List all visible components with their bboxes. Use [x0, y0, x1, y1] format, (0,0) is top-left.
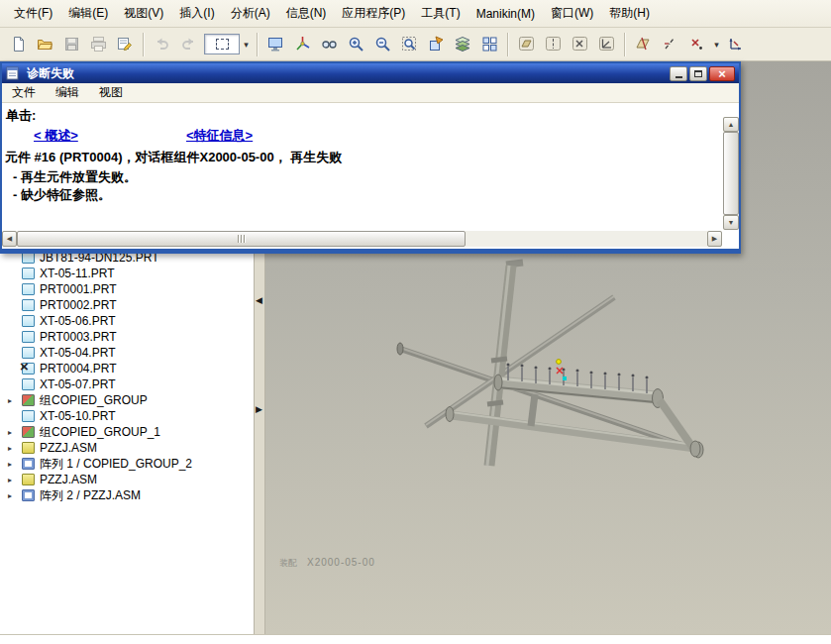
menu-applications[interactable]: 应用程序(P) — [334, 1, 413, 26]
part-icon — [22, 363, 35, 375]
menu-tools[interactable]: 工具(T) — [413, 1, 467, 26]
tree-item[interactable]: PZZJ.ASM — [2, 472, 254, 487]
menu-file[interactable]: 文件(F) — [6, 1, 60, 26]
layers-icon — [455, 36, 471, 53]
datum-axis-tool-button[interactable] — [657, 31, 683, 57]
main-toolbar — [0, 28, 831, 61]
csys-tool-button[interactable] — [723, 31, 750, 57]
expand-arrow-icon[interactable] — [2, 428, 18, 437]
window-controls — [670, 66, 735, 81]
assembly-icon — [22, 442, 35, 454]
properties-icon — [117, 36, 134, 53]
zoom-out-button[interactable] — [369, 31, 396, 57]
pattern-icon — [22, 458, 35, 470]
menu-insert[interactable]: 插入(I) — [171, 1, 222, 26]
tree-item[interactable]: XT-05-06.PRT — [2, 313, 254, 329]
failed-reference-marker[interactable] — [557, 368, 563, 374]
dialog-menu-file[interactable]: 文件 — [2, 82, 46, 103]
datum-point-display-toggle[interactable] — [567, 31, 593, 57]
menu-analysis[interactable]: 分析(A) — [223, 1, 278, 26]
expand-arrow-icon[interactable] — [2, 444, 18, 453]
expand-arrow-icon[interactable] — [2, 476, 18, 484]
view-manager-button[interactable] — [476, 31, 503, 57]
save-button — [58, 31, 85, 57]
saved-view-list-button[interactable] — [423, 31, 450, 57]
orient-mode-button[interactable] — [316, 31, 343, 57]
saved-view-list-icon — [428, 36, 445, 53]
menu-help[interactable]: 帮助(H) — [601, 1, 658, 26]
csys-display-icon — [598, 36, 615, 53]
minimize-button[interactable] — [670, 66, 687, 81]
selection-highlight-marker[interactable] — [563, 376, 567, 380]
tree-item[interactable]: 阵列 2 / PZZJ.ASM — [2, 487, 254, 503]
part-icon — [22, 268, 35, 279]
vertical-scroll-thumb[interactable] — [723, 132, 739, 215]
maximize-icon — [694, 70, 702, 77]
datum-plane-display-icon — [518, 36, 535, 53]
tree-item[interactable]: XT-05-11.PRT — [2, 266, 254, 281]
properties-button[interactable] — [112, 31, 139, 57]
scroll-up-icon[interactable] — [723, 117, 739, 132]
redo-button — [175, 31, 202, 57]
menu-info[interactable]: 信息(N) — [278, 1, 335, 26]
datum-plane-tool-button[interactable] — [630, 31, 657, 57]
horizontal-scroll-track[interactable] — [17, 231, 707, 247]
tree-item-label: XT-05-06.PRT — [40, 314, 115, 328]
tree-item-label: PRT0001.PRT — [40, 282, 117, 296]
horizontal-scroll-thumb[interactable] — [17, 231, 466, 247]
group-icon — [22, 394, 35, 406]
maximize-button[interactable] — [689, 66, 707, 81]
tree-item[interactable]: PZZJ.ASM — [2, 440, 254, 456]
selection-filter-field[interactable] — [204, 34, 240, 54]
tree-item[interactable]: 阵列 1 / COPIED_GROUP_2 — [2, 456, 254, 472]
tree-item[interactable]: 组COPIED_GROUP — [2, 392, 254, 408]
failure-detail-2: - 缺少特征参照。 — [13, 186, 111, 204]
scroll-down-icon[interactable] — [723, 215, 739, 230]
menu-window[interactable]: 窗口(W) — [543, 1, 601, 26]
feature-info-link[interactable]: <特征信息> — [186, 127, 253, 145]
menu-view[interactable]: 视图(V) — [116, 1, 171, 26]
dialog-vertical-scrollbar[interactable] — [723, 117, 739, 230]
dialog-menu-view[interactable]: 视图 — [89, 82, 133, 103]
dialog-menu-edit[interactable]: 编辑 — [46, 82, 89, 103]
close-button[interactable] — [709, 66, 735, 81]
scroll-right-icon[interactable] — [707, 231, 722, 247]
menu-manikin[interactable]: Manikin(M) — [468, 3, 543, 25]
selection-filter-dropdown-icon[interactable] — [240, 34, 253, 54]
dialog-horizontal-scrollbar[interactable] — [2, 231, 722, 247]
tree-item[interactable]: PRT0002.PRT — [2, 297, 254, 313]
expand-arrow-icon[interactable] — [2, 396, 18, 405]
tree-item[interactable]: PRT0003.PRT — [2, 329, 254, 345]
new-file-button[interactable] — [5, 31, 32, 57]
datum-point-marker[interactable] — [557, 360, 562, 365]
zoom-in-button[interactable] — [343, 31, 369, 57]
dialog-body: 单击: < 概述> <特征信息> 元件 #16 (PRT0004)，对话框组件X… — [2, 103, 739, 247]
csys-display-toggle[interactable] — [593, 31, 620, 57]
tree-item[interactable]: XT-05-10.PRT — [2, 408, 254, 424]
tree-item[interactable]: XT-05-07.PRT — [2, 376, 254, 392]
dialog-titlebar[interactable]: 诊断失败 — [2, 63, 739, 83]
open-file-button[interactable] — [32, 31, 58, 57]
tree-item[interactable]: XT-05-04.PRT — [2, 345, 254, 361]
collapse-left-icon[interactable] — [256, 295, 262, 305]
layers-button[interactable] — [450, 31, 476, 57]
datum-plane-display-toggle[interactable] — [513, 31, 540, 57]
datum-axis-tool-icon — [662, 36, 678, 53]
datum-point-tool-button[interactable] — [683, 31, 710, 57]
spin-center-button[interactable] — [289, 31, 316, 57]
scroll-left-icon[interactable] — [2, 231, 17, 247]
repaint-button[interactable] — [262, 31, 289, 57]
overview-link[interactable]: < 概述> — [34, 127, 78, 145]
collapse-right-icon[interactable] — [256, 404, 262, 414]
tree-item-failed[interactable]: PRT0004.PRT — [2, 361, 254, 376]
dialog-menubar: 文件 编辑 视图 — [2, 83, 739, 103]
datum-point-options-dropdown-icon[interactable] — [710, 34, 723, 54]
menu-edit[interactable]: 编辑(E) — [60, 1, 116, 26]
refit-button[interactable] — [396, 31, 423, 57]
tree-item[interactable]: 组COPIED_GROUP_1 — [2, 424, 254, 440]
expand-arrow-icon[interactable] — [2, 491, 18, 500]
tree-item-label: PZZJ.ASM — [40, 473, 97, 486]
datum-axis-display-toggle[interactable] — [540, 31, 567, 57]
expand-arrow-icon[interactable] — [2, 460, 18, 469]
tree-item[interactable]: PRT0001.PRT — [2, 281, 254, 297]
